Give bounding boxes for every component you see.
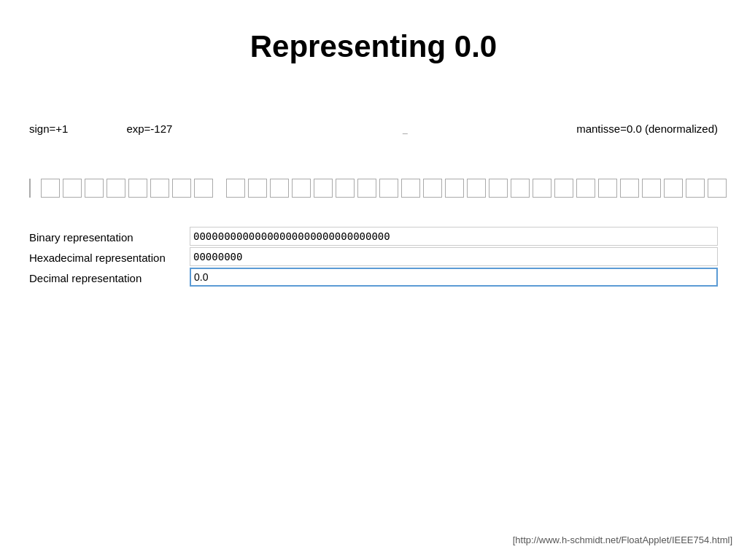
page-title: Representing 0.0: [0, 0, 747, 64]
hex-input[interactable]: [190, 247, 718, 266]
mantissa-bits: [226, 179, 727, 198]
mant-bit-6[interactable]: [357, 179, 376, 198]
mant-bit-15[interactable]: [554, 179, 573, 198]
mant-bit-18[interactable]: [620, 179, 639, 198]
exp-bit-7[interactable]: [194, 179, 213, 198]
mant-bit-7[interactable]: [379, 179, 398, 198]
binary-label: Binary representation: [29, 227, 190, 247]
mant-bit-14[interactable]: [533, 179, 551, 198]
mant-bit-8[interactable]: [401, 179, 420, 198]
mant-bit-21[interactable]: [686, 179, 705, 198]
footer-link: [http://www.h-schmidt.net/FloatApplet/IE…: [513, 534, 732, 545]
mant-bit-0[interactable]: [226, 179, 245, 198]
exp-bit-3[interactable]: [107, 179, 125, 198]
decimal-label: Decimal representation: [29, 268, 190, 288]
exp-info: exp=-127: [126, 122, 172, 135]
mant-bit-1[interactable]: [248, 179, 267, 198]
mant-bit-10[interactable]: [445, 179, 464, 198]
mant-bit-3[interactable]: [292, 179, 311, 198]
mant-bit-13[interactable]: [511, 179, 530, 198]
mant-bit-22[interactable]: [708, 179, 727, 198]
exponent-bits: [41, 179, 213, 198]
info-row: sign=+1 exp=-127 _ mantisse=0.0 (denorma…: [0, 122, 747, 135]
mant-bit-12[interactable]: [489, 179, 508, 198]
mant-bit-17[interactable]: [598, 179, 617, 198]
mant-bit-5[interactable]: [336, 179, 355, 198]
mant-bit-11[interactable]: [467, 179, 486, 198]
exp-bit-6[interactable]: [172, 179, 191, 198]
mant-bit-19[interactable]: [642, 179, 661, 198]
mant-bit-4[interactable]: [314, 179, 333, 198]
mantisse-info: mantisse=0.0 (denormalized): [576, 122, 718, 135]
sign-bit[interactable]: [29, 179, 31, 198]
separator: _: [403, 124, 408, 134]
representations-section: Binary representation Hexadecimal repres…: [0, 227, 747, 288]
sign-info: sign=+1: [29, 122, 68, 135]
binary-input[interactable]: [190, 227, 718, 246]
decimal-input[interactable]: [190, 268, 718, 287]
mant-bit-16[interactable]: [576, 179, 595, 198]
mant-bit-2[interactable]: [270, 179, 289, 198]
hex-label: Hexadecimal representation: [29, 247, 190, 268]
exp-bit-5[interactable]: [150, 179, 169, 198]
repr-labels: Binary representation Hexadecimal repres…: [29, 227, 190, 288]
exp-bit-1[interactable]: [63, 179, 82, 198]
bits-row: [0, 179, 747, 198]
exp-bit-4[interactable]: [128, 179, 147, 198]
mant-bit-20[interactable]: [664, 179, 683, 198]
exp-bit-0[interactable]: [41, 179, 60, 198]
repr-values: [190, 227, 718, 287]
mant-bit-9[interactable]: [423, 179, 442, 198]
exp-bit-2[interactable]: [85, 179, 104, 198]
